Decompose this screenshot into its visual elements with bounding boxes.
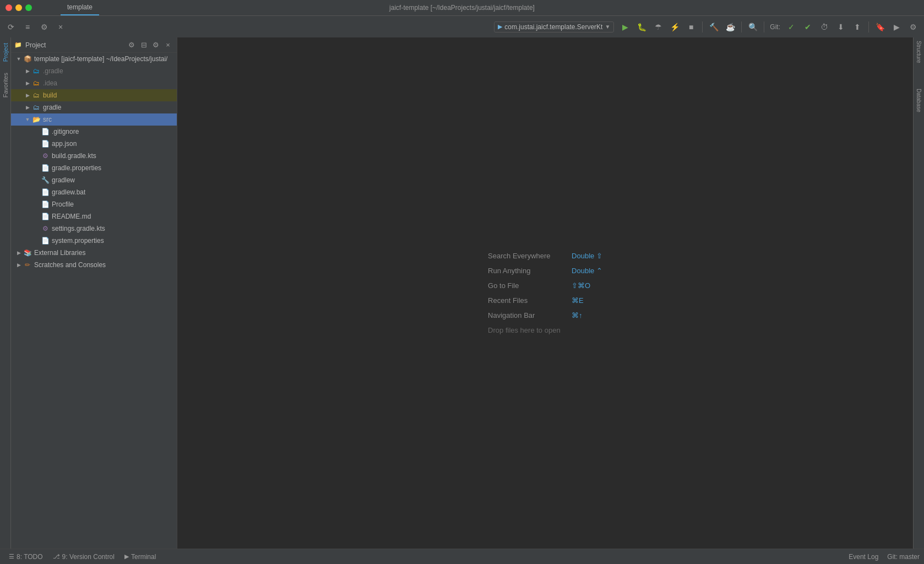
window-title: jaicf-template [~/IdeaProjects/justai/ja… [389,4,535,12]
tree-readme[interactable]: 📄 README.md [11,210,177,223]
settings-icon[interactable]: ⚙ [36,19,52,35]
tree-gradle[interactable]: ▶ 🗂 gradle [11,101,177,113]
terminal-label: Terminal [131,553,156,561]
tree-gradlew[interactable]: 🔧 gradlew [11,174,177,186]
src-folder-icon: 📂 [32,115,41,124]
toolbar: ⟳ ≡ ⚙ × ▶ com.justai.jaicf.template.Serv… [0,15,924,37]
gradle-dir-label: gradle [43,104,61,111]
gradle-arrow: ▶ [23,68,32,74]
tree-appjson[interactable]: 📄 app.json [11,138,177,150]
tree-settings-gradle[interactable]: ⚙ settings.gradle.kts [11,223,177,235]
right-tab-structure[interactable]: Structure [911,40,924,50]
shortcut-run: Run Anything Double ⌃ [488,267,602,275]
run-manager[interactable]: ▶ [889,19,904,35]
debug-button[interactable]: 🐛 [634,19,649,35]
project-tree[interactable]: ▼ 📦 template [jaicf-template] ~/IdeaProj… [11,53,177,549]
system-props-icon: 📄 [41,236,50,245]
main-area: Project Favorites 📁 Project ⚙ ⊟ ⚙ × ▼ 📦 … [0,37,924,549]
procfile-label: Procfile [52,200,74,208]
build-folder-icon: 🗂 [32,91,41,100]
sidebar-tab-favorites[interactable]: Favorites [1,67,10,103]
run-button[interactable]: ▶ [617,19,633,35]
root-label: template [jaicf-template] ~/IdeaProjects… [34,55,167,63]
maximize-button[interactable] [25,4,32,11]
shortcut-navbar: Navigation Bar ⌘↑ [488,311,583,319]
git-history[interactable]: ⏱ [817,19,832,35]
sidebar-tab-project[interactable]: Project [1,37,10,67]
gradlew-label: gradlew [52,176,75,184]
tree-external-libs[interactable]: ▶ 📚 External Libraries [11,247,177,259]
tree-root[interactable]: ▼ 📦 template [jaicf-template] ~/IdeaProj… [11,53,177,65]
right-tab-database[interactable]: Database [911,88,924,98]
git-tick[interactable]: ✔ [800,19,816,35]
collapse-all-icon[interactable]: ≡ [20,19,35,35]
tree-idea[interactable]: ▶ 🗂 .idea [11,77,177,89]
tree-gradle-hidden[interactable]: ▶ 🗂 .gradle [11,65,177,77]
bottom-tab-terminal[interactable]: ▶ Terminal [120,549,160,565]
idea-label: .idea [43,79,57,87]
profile-button[interactable]: ⚡ [667,19,682,35]
sync-icon[interactable]: ⟳ [3,19,19,35]
run-config-arrow: ▼ [605,24,610,30]
bottom-tab-vcs[interactable]: ⎇ 9: Version Control [48,549,119,565]
git-checkmark[interactable]: ✓ [784,19,799,35]
tree-gradlew-bat[interactable]: 📄 gradlew.bat [11,186,177,198]
build-gradle-label: build.gradle.kts [52,152,96,160]
navbar-key: ⌘↑ [572,311,583,319]
idea-arrow: ▶ [23,80,32,86]
close-panel-icon[interactable]: × [53,19,68,35]
run-config-selector[interactable]: ▶ com.justai.jaicf.template.ServerKt ▼ [494,21,614,32]
panel-gear-icon[interactable]: ⚙ [150,40,161,51]
search-everywhere-btn[interactable]: 🔍 [745,19,760,35]
toolbar-sep-2 [741,21,742,32]
gradlew-icon: 🔧 [41,176,50,185]
stop-button[interactable]: ■ [683,19,699,35]
tree-system-props[interactable]: 📄 system.properties [11,235,177,247]
gradle-props-icon: 📄 [41,164,50,172]
panel-hide-icon[interactable]: × [162,40,173,51]
gitignore-label: .gitignore [52,128,79,135]
tree-build-gradle[interactable]: ⚙ build.gradle.kts [11,150,177,162]
navbar-label: Navigation Bar [488,311,565,319]
build-button[interactable]: 🔨 [706,19,721,35]
git-push[interactable]: ⬆ [850,19,865,35]
procfile-icon: 📄 [41,200,50,209]
toolbar-sep-4 [868,21,869,32]
settings-gradle-icon: ⚙ [41,224,50,233]
root-icon: 📦 [23,55,32,63]
terminal-icon: ▶ [124,553,129,560]
toolbar-sep-1 [702,21,703,32]
tree-procfile[interactable]: 📄 Procfile [11,198,177,210]
bookmark-icon[interactable]: 🔖 [872,19,888,35]
shortcut-hints: Search Everywhere Double ⇧ Run Anything … [488,252,602,334]
tree-build[interactable]: ▶ 🗂 build [11,89,177,101]
recent-key: ⌘E [572,296,584,305]
todo-icon: ☰ [9,553,14,560]
git-status-label[interactable]: Git: master [887,553,920,561]
panel-collapse-icon[interactable]: ⊟ [138,40,149,51]
shortcut-recent: Recent Files ⌘E [488,296,584,305]
bottom-right-area: Event Log Git: master [849,553,920,561]
tab-area: template [61,0,99,15]
search-label: Search Everywhere [488,252,565,260]
system-props-label: system.properties [52,237,104,245]
left-sidebar-tabs: Project Favorites [0,37,11,549]
panel-settings-icon[interactable]: ⚙ [126,40,137,51]
readme-label: README.md [52,213,91,220]
event-log-label[interactable]: Event Log [849,553,878,561]
minimize-button[interactable] [15,4,22,11]
tree-gradle-props[interactable]: 📄 gradle.properties [11,162,177,174]
tree-src[interactable]: ▼ 📂 src [11,113,177,126]
tab-template[interactable]: template [61,0,99,15]
close-button[interactable] [6,4,12,11]
scratches-icon: ✏ [23,261,32,269]
settings-main[interactable]: ⚙ [905,19,921,35]
coverage-button[interactable]: ☂ [650,19,666,35]
bottom-tab-todo[interactable]: ☰ 8: TODO [4,549,47,565]
tree-gitignore[interactable]: 📄 .gitignore [11,126,177,138]
vcs-label: 9: Version Control [62,553,115,561]
project-panel: 📁 Project ⚙ ⊟ ⚙ × ▼ 📦 template [jaicf-te… [11,37,177,549]
sdk-button[interactable]: ☕ [722,19,738,35]
git-update[interactable]: ⬇ [833,19,849,35]
tree-scratches[interactable]: ▶ ✏ Scratches and Consoles [11,259,177,271]
